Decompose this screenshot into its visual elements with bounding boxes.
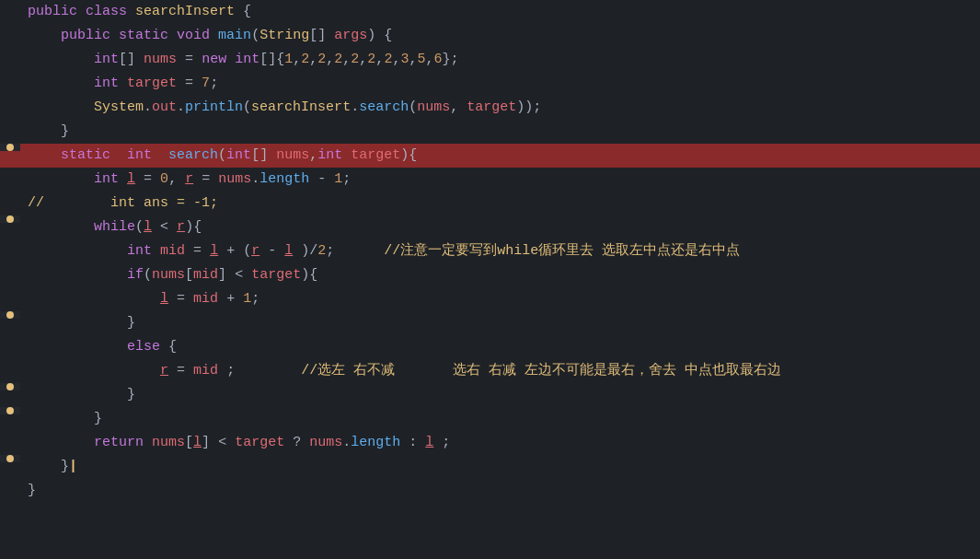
- code-line-10: while(l < r){: [0, 215, 980, 239]
- code-line-1: public class searchInsert {: [0, 0, 980, 24]
- code-line-11: int mid = l + (r - l )/2; //注意一定要写到while…: [0, 239, 980, 263]
- code-line-2: public static void main(String[] args) {: [0, 24, 980, 48]
- code-line-21: }: [0, 479, 980, 503]
- line-content-13: l = mid + 1;: [20, 287, 980, 311]
- gutter-14: [0, 311, 20, 319]
- line-content-17: }: [20, 383, 980, 407]
- line-content-20: }|: [20, 455, 980, 479]
- line-content-10: while(l < r){: [20, 215, 980, 239]
- gutter-18: [0, 407, 20, 414]
- gutter-dot-10: [6, 215, 14, 223]
- line-content-2: public static void main(String[] args) {: [20, 24, 980, 48]
- code-line-13: l = mid + 1;: [0, 287, 980, 311]
- code-line-12: if(nums[mid] < target){: [0, 263, 980, 287]
- line-content-16: r = mid ; //选左 右不减 选右 右减 左边不可能是最右，舍去 中点也…: [20, 359, 980, 383]
- line-content-8: int l = 0, r = nums.length - 1;: [20, 168, 980, 192]
- line-content-12: if(nums[mid] < target){: [20, 263, 980, 287]
- line-content-19: return nums[l] < target ? nums.length : …: [20, 431, 980, 455]
- line-content-18: }: [20, 407, 980, 431]
- code-line-14: }: [0, 311, 980, 335]
- code-line-7: static int search(int[] nums,int target)…: [0, 144, 980, 168]
- code-line-16: r = mid ; //选左 右不减 选右 右减 左边不可能是最右，舍去 中点也…: [0, 359, 980, 383]
- code-line-18: }: [0, 407, 980, 431]
- code-line-5: System.out.println(searchInsert.search(n…: [0, 96, 980, 120]
- line-content-14: }: [20, 311, 980, 335]
- code-line-3: int[] nums = new int[]{1,2,2,2,2,2,2,3,5…: [0, 48, 980, 72]
- gutter-7: [0, 144, 20, 151]
- line-content-3: int[] nums = new int[]{1,2,2,2,2,2,2,3,5…: [20, 48, 980, 72]
- code-line-17: }: [0, 383, 980, 407]
- gutter-17: [0, 383, 20, 390]
- line-content-7: static int search(int[] nums,int target)…: [20, 144, 980, 168]
- line-content-5: System.out.println(searchInsert.search(n…: [20, 96, 980, 120]
- code-line-15: else {: [0, 335, 980, 359]
- gutter-dot-20: [6, 455, 14, 462]
- line-content-15: else {: [20, 335, 980, 359]
- line-content-4: int target = 7;: [20, 72, 980, 96]
- code-line-9: // int ans = -1;: [0, 192, 980, 215]
- line-content-1: public class searchInsert {: [20, 0, 980, 24]
- code-line-8: int l = 0, r = nums.length - 1;: [0, 168, 980, 192]
- code-line-4: int target = 7;: [0, 72, 980, 96]
- code-line-20: }|: [0, 455, 980, 479]
- line-content-11: int mid = l + (r - l )/2; //注意一定要写到while…: [20, 239, 980, 263]
- gutter-dot-14: [6, 311, 14, 319]
- gutter-10: [0, 215, 20, 223]
- code-line-6: }: [0, 120, 980, 144]
- code-line-19: return nums[l] < target ? nums.length : …: [0, 431, 980, 455]
- line-content-21: }: [20, 479, 980, 503]
- gutter-dot-7: [6, 144, 14, 151]
- gutter-dot-17: [6, 383, 14, 390]
- line-content-9: // int ans = -1;: [20, 192, 980, 215]
- code-editor: public class searchInsert { public stati…: [0, 0, 980, 559]
- gutter-dot-18: [6, 407, 14, 414]
- line-content-6: }: [20, 120, 980, 144]
- gutter-20: [0, 455, 20, 462]
